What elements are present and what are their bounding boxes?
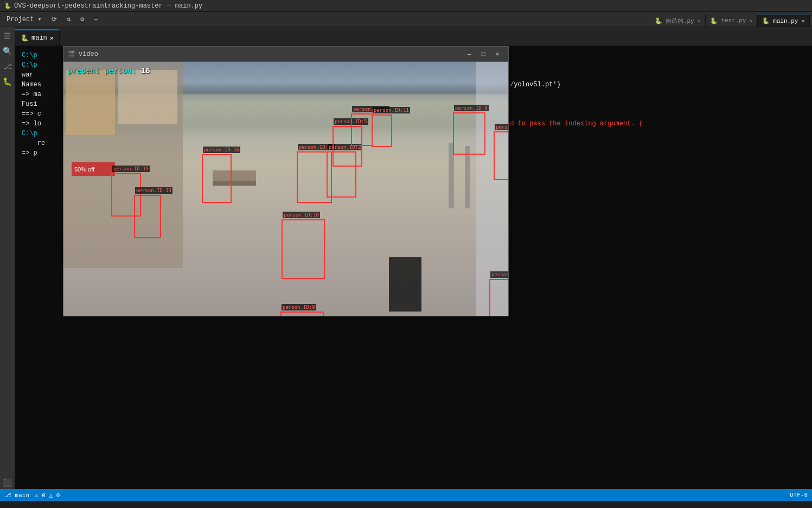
- menu-refresh[interactable]: ⟳: [47, 14, 61, 24]
- video-titlebar: 🎬 video — □ ✕: [63, 47, 508, 62]
- editor-area: 🐍 main ✕ C:\p C:\p nsion: [WinError 126]…: [15, 27, 812, 489]
- activity-bar: ☰ 🔍 ⎇ 🐛 ⬛: [0, 27, 15, 489]
- detection-label: person.ID:11: [373, 107, 410, 113]
- svg-rect-10: [389, 257, 421, 312]
- activity-git[interactable]: ⎇: [1, 60, 14, 73]
- editor-tab-main[interactable]: 🐍 main ✕: [15, 29, 60, 46]
- tab-main-py[interactable]: 🐍 main.py ✕: [758, 15, 810, 27]
- status-bar: ⎇ main ⚠ 0 △ 0 UTF-8: [0, 489, 812, 501]
- video-title: video: [79, 50, 462, 58]
- svg-rect-2: [66, 70, 115, 135]
- minimize-button[interactable]: —: [463, 49, 476, 59]
- detection-box: person.ID:16: [202, 154, 232, 203]
- tab-zijide-py[interactable]: 🐍 自己的.py ✕: [650, 15, 706, 27]
- detection-label: person.ID:19: [112, 166, 150, 172]
- person-count-value: 16: [141, 66, 150, 75]
- window-title: OVS-deepsort-pedestraintracking-master: [14, 2, 163, 10]
- tab-close[interactable]: ✕: [801, 17, 805, 24]
- errors-warnings: ⚠ 0 △ 0: [35, 492, 60, 499]
- video-content: 50% off present person:: [63, 62, 508, 316]
- detection-box: person.ID:13: [134, 195, 161, 238]
- detection-box: person.ID:10: [282, 219, 325, 279]
- title-sep: —: [167, 2, 171, 10]
- person-count-overlay: present person: 16: [68, 66, 150, 75]
- tab-close[interactable]: ✕: [750, 17, 753, 24]
- detection-label: person.ID:16: [203, 147, 240, 153]
- video-title-icon: 🎬: [68, 50, 75, 58]
- tab-label: main.py: [773, 18, 798, 24]
- tab-icon: 🐍: [21, 34, 29, 42]
- active-file-title: main.py: [175, 2, 202, 10]
- svg-rect-3: [118, 70, 177, 124]
- detection-box: person.ID:14: [351, 113, 373, 146]
- title-icon: 🐍: [4, 3, 11, 9]
- detection-label: person.ID:13: [135, 187, 172, 194]
- terminal: C:\p C:\p nsion: [WinError 126] 找不到指定的模块…: [15, 46, 812, 489]
- menu-settings[interactable]: ⚙: [76, 14, 88, 24]
- activity-debug[interactable]: 🐛: [1, 75, 14, 88]
- detection-box: person.ID:6: [494, 131, 508, 180]
- detection-label: person.ID:9: [282, 304, 316, 310]
- detection-box: person.ID:11: [372, 115, 392, 147]
- tab-label: test.py: [721, 17, 746, 24]
- detection-label: person.ID:6: [495, 124, 508, 130]
- menu-split[interactable]: ⇅: [62, 14, 75, 24]
- video-window[interactable]: 🎬 video — □ ✕: [63, 46, 509, 316]
- person-count-label: present person:: [68, 66, 136, 75]
- detection-box: person.ID:8: [453, 112, 485, 155]
- menu-minimize[interactable]: —: [89, 15, 102, 24]
- tab-close[interactable]: ✕: [698, 17, 701, 24]
- tab-label: 自己的.py: [666, 17, 694, 25]
- maximize-button[interactable]: □: [477, 49, 490, 59]
- tab-icon: 🐍: [710, 17, 718, 24]
- detection-label: person.ID:10: [283, 212, 320, 218]
- tab-icon: 🐍: [762, 17, 770, 24]
- menu-bar: Project ▾ ⟳ ⇅ ⚙ — 🐍 自己的.py ✕ 🐍 test.py ✕…: [0, 12, 812, 27]
- svg-text:50% off: 50% off: [74, 166, 95, 173]
- git-branch: ⎇ main: [4, 492, 29, 499]
- tab-close[interactable]: ✕: [50, 34, 54, 42]
- tab-label: main: [31, 34, 47, 42]
- detection-box: person.ID:9: [280, 312, 324, 316]
- activity-extensions[interactable]: ⬛: [1, 476, 14, 489]
- title-bar: 🐍 OVS-deepsort-pedestraintracking-master…: [0, 0, 812, 12]
- activity-explorer[interactable]: ☰: [1, 29, 14, 42]
- menu-project[interactable]: Project ▾: [2, 14, 46, 24]
- editor-tab-strip: 🐍 main ✕: [15, 27, 812, 46]
- detection-label: person.ID:3: [490, 271, 508, 278]
- tab-icon: 🐍: [655, 17, 662, 24]
- encoding: UTF-8: [790, 492, 808, 498]
- close-button[interactable]: ✕: [491, 49, 504, 59]
- detection-label: person.ID:8: [454, 105, 489, 111]
- detection-box: person.ID:3: [489, 279, 508, 316]
- tab-test-py[interactable]: 🐍 test.py ✕: [706, 15, 758, 27]
- activity-search[interactable]: 🔍: [1, 45, 14, 58]
- main-layout: ☰ 🔍 ⎇ 🐛 ⬛ 🐍 main ✕ C:\p C:\p: [0, 27, 812, 489]
- svg-rect-9: [465, 146, 470, 208]
